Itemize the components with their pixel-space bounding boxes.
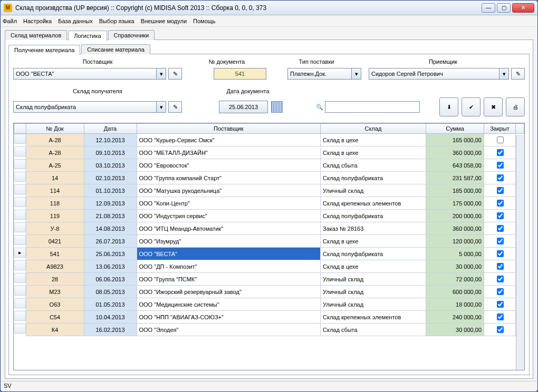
row-header[interactable]: [14, 311, 26, 321]
table-row[interactable]: 11812.09.2013ООО "Копи-Центр"Склад крепе…: [14, 197, 524, 210]
row-header[interactable]: [14, 286, 26, 296]
cell-sum[interactable]: 5 000,00: [426, 248, 484, 260]
search-icon[interactable]: 🔍: [314, 104, 325, 111]
search-input[interactable]: [325, 101, 420, 113]
cell-warehouse[interactable]: Уличный склад: [321, 273, 426, 286]
cell-date[interactable]: 08.05.2013: [84, 286, 137, 298]
tab-reference[interactable]: Справочники: [108, 30, 155, 40]
table-row[interactable]: 042126.07.2013ООО "Изумруд"Склад в цехе1…: [14, 235, 524, 248]
cell-docno[interactable]: A-28: [26, 146, 84, 159]
menu-external[interactable]: Внешние модули: [141, 18, 187, 24]
dest-wh-edit-button[interactable]: ✎: [168, 101, 182, 113]
table-row[interactable]: 11401.10.2013ООО "Матушка рукодельница"У…: [14, 184, 524, 197]
row-header[interactable]: [14, 273, 26, 283]
cell-date[interactable]: 12.09.2013: [84, 197, 137, 210]
closed-checkbox[interactable]: [497, 301, 504, 308]
row-header[interactable]: [14, 235, 26, 245]
cell-date[interactable]: 16.02.2013: [84, 324, 137, 336]
cell-date[interactable]: 26.07.2013: [84, 235, 137, 248]
table-row[interactable]: A982313.06.2013ООО "ДП - Композит"Склад …: [14, 260, 524, 273]
cell-date[interactable]: 01.10.2013: [84, 184, 137, 197]
cell-sum[interactable]: 600 000,00: [426, 286, 484, 298]
col-closed[interactable]: Закрыт: [484, 124, 516, 134]
closed-checkbox[interactable]: [497, 288, 504, 295]
cell-supplier[interactable]: ООО "Изумруд": [137, 235, 321, 248]
cell-closed[interactable]: [484, 222, 516, 235]
cell-closed[interactable]: [484, 184, 516, 197]
cell-docno[interactable]: 541: [26, 248, 84, 260]
cell-closed[interactable]: [484, 134, 516, 146]
cell-supplier[interactable]: ООО "Индустрия сервис": [137, 210, 321, 222]
cell-date[interactable]: 25.06.2013: [84, 248, 137, 260]
cell-warehouse[interactable]: Уличный склад: [321, 184, 426, 197]
cell-sum[interactable]: 120 000,00: [426, 235, 484, 248]
closed-checkbox[interactable]: [497, 263, 504, 270]
cell-docno[interactable]: К4: [26, 324, 84, 336]
cell-sum[interactable]: 18 000,00: [426, 298, 484, 311]
closed-checkbox[interactable]: [497, 136, 504, 143]
col-date[interactable]: Дата: [84, 124, 137, 134]
vertical-scrollbar[interactable]: [516, 135, 524, 370]
cell-closed[interactable]: [484, 298, 516, 311]
row-header[interactable]: [14, 172, 26, 182]
table-row[interactable]: 11921.08.2013ООО "Индустрия сервис"Склад…: [14, 210, 524, 222]
cell-warehouse[interactable]: Уличный склад: [321, 298, 426, 311]
cell-supplier[interactable]: ООО "ДП - Композит": [137, 260, 321, 273]
cell-closed[interactable]: [484, 210, 516, 222]
row-header[interactable]: [14, 159, 26, 169]
cell-sum[interactable]: 360 000,00: [426, 146, 484, 159]
table-row[interactable]: 1402.10.2013ООО "Группа компаний Старт"С…: [14, 172, 524, 184]
cell-date[interactable]: 12.10.2013: [84, 134, 137, 146]
cell-supplier[interactable]: ООО "ВЕСТА": [137, 248, 321, 260]
subtab-receive[interactable]: Получение материала: [8, 45, 80, 55]
table-row[interactable]: У-814.08.2013ООО "ИТЦ Меандр-Автоматик"З…: [14, 222, 524, 235]
cell-docno[interactable]: 114: [26, 184, 84, 197]
menu-help[interactable]: Помощь: [193, 18, 216, 24]
menu-settings[interactable]: Настройка: [23, 18, 52, 24]
cell-docno[interactable]: A-28: [26, 134, 84, 146]
cell-warehouse[interactable]: Заказ № 28163: [321, 222, 426, 235]
cell-supplier[interactable]: ООО "Группа "ПСМК": [137, 273, 321, 286]
supplier-edit-button[interactable]: ✎: [168, 68, 182, 80]
cell-warehouse[interactable]: Склад в цехе: [321, 235, 426, 248]
cell-closed[interactable]: [484, 286, 516, 298]
cell-docno[interactable]: 0421: [26, 235, 84, 248]
cell-warehouse[interactable]: Склад полуфабриката: [321, 210, 426, 222]
cell-date[interactable]: 06.06.2013: [84, 273, 137, 286]
tab-materials[interactable]: Склад материалов: [5, 30, 67, 40]
row-header[interactable]: [14, 298, 26, 308]
col-supplier[interactable]: Поставщик: [137, 124, 321, 134]
cell-supplier[interactable]: ООО "Матушка рукодельница": [137, 184, 321, 197]
cell-warehouse[interactable]: Склад крепежных элементов: [321, 197, 426, 210]
cell-sum[interactable]: 72 000,00: [426, 273, 484, 286]
row-header[interactable]: [14, 210, 26, 220]
cell-closed[interactable]: [484, 248, 516, 260]
cell-docno[interactable]: A9823: [26, 260, 84, 273]
docno-input[interactable]: 541: [214, 68, 266, 80]
cell-supplier[interactable]: ООО "Ижорский резервуарный завод": [137, 286, 321, 298]
delivery-type-combo[interactable]: Платежн.Док. ▾: [287, 68, 361, 80]
subtab-writeoff[interactable]: Списание материала: [81, 44, 150, 54]
receiver-combo[interactable]: Сидоров Сергей Петрович ▾: [369, 68, 509, 80]
cell-warehouse[interactable]: Склад крепежных элементов: [321, 311, 426, 324]
check-all-button[interactable]: ✔: [462, 97, 481, 116]
cell-supplier[interactable]: ООО "НПП "АВИАГАЗ-СОЮЗ+": [137, 311, 321, 324]
cell-docno[interactable]: 118: [26, 197, 84, 210]
cell-warehouse[interactable]: Склад в цехе: [321, 260, 426, 273]
cell-date[interactable]: 02.10.2013: [84, 172, 137, 184]
cell-closed[interactable]: [484, 235, 516, 248]
table-row[interactable]: O6301.05.2013ООО "Медицинские системы"Ул…: [14, 298, 524, 311]
col-sum[interactable]: Сумма: [426, 124, 484, 134]
cell-closed[interactable]: [484, 197, 516, 210]
cell-supplier[interactable]: ООО "МЕТАЛЛ-ДИЗАЙН": [137, 146, 321, 159]
cell-supplier[interactable]: ООО "Евровосток": [137, 159, 321, 172]
titlebar[interactable]: M Склад произвдства (UP версия) :: Copyr…: [1, 1, 537, 15]
cell-supplier[interactable]: ООО "Копи-Центр": [137, 197, 321, 210]
cell-supplier[interactable]: ООО "Группа компаний Старт": [137, 172, 321, 184]
closed-checkbox[interactable]: [497, 162, 504, 169]
cell-warehouse[interactable]: Склад полуфабриката: [321, 248, 426, 260]
cell-date[interactable]: 21.08.2013: [84, 210, 137, 222]
cell-closed[interactable]: [484, 159, 516, 172]
col-warehouse[interactable]: Склад: [321, 124, 426, 134]
cell-warehouse[interactable]: Склад в цехе: [321, 134, 426, 146]
